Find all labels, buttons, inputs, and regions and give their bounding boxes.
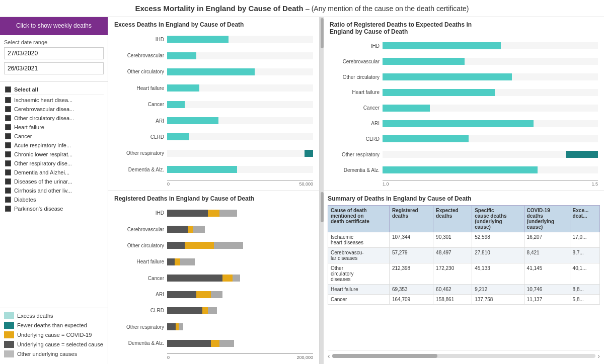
fewer-deaths-legend-label: Fewer deaths than expected (17, 322, 87, 328)
col-registered: Registereddeaths (389, 205, 433, 232)
ratio-bar-ari: ARI (330, 120, 598, 127)
legend-dementia[interactable]: Dementia and Alzhei... (4, 168, 104, 177)
excess-cell: 8,8... (570, 284, 599, 294)
select-all-checkbox[interactable] (5, 86, 11, 93)
fewer-deaths-swatch (4, 322, 14, 329)
registered-cell: 212,398 (389, 263, 433, 284)
registered-cell: 57,279 (389, 247, 433, 263)
covid-underlying-legend-label: Underlying cause = COVID-19 (17, 332, 92, 338)
summary-table-title: Summary of Deaths in England by Cause of… (328, 195, 600, 202)
cancer-checkbox[interactable] (5, 133, 11, 139)
excess-deaths-panel: Excess Deaths in England by Cause of Dea… (108, 17, 320, 191)
ratio-title: Ratio of Registered Deaths to Expected D… (330, 21, 598, 35)
bar-row-ari: ARI (114, 117, 313, 124)
legend-other-circulatory[interactable]: Other circulatory disea... (4, 114, 104, 123)
registered-deaths-title: Registered Deaths in England by Cause of… (114, 195, 313, 202)
table-row: Othercirculatorydiseases 212,398 172,230… (328, 263, 600, 284)
cerebrovascular-checkbox[interactable] (5, 106, 11, 112)
bar-row-other-resp: Other respiratory (114, 150, 313, 157)
content-area: Click to show weekly deaths Select date … (0, 17, 604, 364)
legend-cancer[interactable]: Cancer (4, 132, 104, 141)
other-respiratory-label: Other respiratory dise... (14, 160, 72, 166)
charts-area: Excess Deaths in England by Cause of Dea… (108, 17, 604, 364)
clrd-checkbox[interactable] (5, 151, 11, 157)
select-all-label: Select all (14, 86, 38, 93)
legend-cerebrovascular[interactable]: Cerebrovascular disea... (4, 105, 104, 114)
legend-cirrhosis[interactable]: Cirrhosis and other liv... (4, 186, 104, 195)
date-start-input[interactable] (4, 47, 104, 59)
ratio-bar-cancer: Cancer (330, 105, 598, 112)
col-specific: Specificcause deaths(underlyingcause) (472, 205, 524, 232)
legend-covid-underlying: Underlying cause = COVID-19 (4, 331, 104, 338)
legend-fewer-deaths: Fewer deaths than expected (4, 322, 104, 329)
col-excess: Exce...deat... (570, 205, 599, 232)
legend-ari[interactable]: Acute respiratory infe... (4, 141, 104, 150)
bottom-scroll[interactable] (320, 191, 324, 365)
dementia-checkbox[interactable] (5, 169, 11, 175)
reg-bar-cerebro: Cerebrovascular (114, 226, 313, 233)
main-container: Excess Mortality in England by Cause of … (0, 0, 604, 364)
reg-bar-dementia: Dementia & Alz. (114, 340, 313, 347)
legend-clrd[interactable]: Chronic lower respirat... (4, 150, 104, 159)
urinary-checkbox[interactable] (5, 178, 11, 185)
legend-selected-cause: Underlying cause = selected cause (4, 341, 104, 348)
legend-urinary[interactable]: Diseases of the urinar... (4, 177, 104, 186)
legend-heart-failure[interactable]: Heart failure (4, 123, 104, 132)
cause-cell: Cerebrovascu-lar diseases (328, 247, 390, 263)
cirrhosis-checkbox[interactable] (5, 188, 11, 194)
covid-underlying-swatch (4, 331, 14, 338)
covid-cell: 8,421 (524, 247, 570, 263)
date-end-input[interactable] (4, 62, 104, 74)
expected-cell: 48,497 (433, 247, 472, 263)
ratio-bar-cerebro: Cerebrovascular (330, 58, 598, 65)
page-title: Excess Mortality in England by Cause of … (135, 4, 304, 13)
reg-bar-other-resp: Other respiratory (114, 323, 313, 330)
specific-cell: 9,212 (472, 284, 524, 294)
scroll-left-btn[interactable]: ‹ (328, 352, 330, 360)
excess-deaths-swatch (4, 312, 14, 319)
legend-parkinsons[interactable]: Parkinson's disease (4, 204, 104, 213)
heart-failure-checkbox[interactable] (5, 124, 11, 130)
ischaemic-checkbox[interactable] (5, 97, 11, 103)
top-scroll[interactable] (320, 17, 324, 191)
registered-cell: 107,344 (389, 232, 433, 247)
excess-deaths-title: Excess Deaths in England by Cause of Dea… (114, 21, 313, 28)
charts-top-row: Excess Deaths in England by Cause of Dea… (108, 17, 604, 191)
clrd-label: Chronic lower respirat... (14, 151, 72, 157)
col-covid: COVID-19deaths(underlyingcause) (524, 205, 570, 232)
select-all-item[interactable]: Select all (4, 85, 104, 95)
date-range-label: Select date range (4, 39, 104, 45)
other-circulatory-label: Other circulatory disea... (14, 115, 74, 121)
ratio-bar-dementia: Dementia & Alz. (330, 166, 598, 173)
weekly-deaths-button[interactable]: Click to show weekly deaths (0, 17, 108, 35)
ari-checkbox[interactable] (5, 142, 11, 148)
sidebar: Click to show weekly deaths Select date … (0, 17, 108, 364)
excess-cell: 40,1... (570, 263, 599, 284)
bar-row-ihd: IHD (114, 36, 313, 43)
table-row: Ischaemicheart diseases 107,344 90,301 5… (328, 232, 600, 247)
covid-cell: 41,145 (524, 263, 570, 284)
legend-diabetes[interactable]: Diabetes (4, 195, 104, 204)
causes-legend: Select all Ischaemic heart disea... Cere… (0, 82, 108, 308)
ischaemic-label: Ischaemic heart disea... (14, 97, 72, 103)
dementia-label: Dementia and Alzhei... (14, 169, 69, 175)
table-row: Heart failure 69,353 60,462 9,212 10,746… (328, 284, 600, 294)
bar-row-clrd: CLRD (114, 133, 313, 140)
registered-cell: 69,353 (389, 284, 433, 294)
reg-bar-other-circ: Other circulatory (114, 242, 313, 249)
legend-ischaemic[interactable]: Ischaemic heart disea... (4, 96, 104, 105)
other-circulatory-checkbox[interactable] (5, 115, 11, 121)
selected-cause-swatch (4, 341, 14, 348)
legend-excess-deaths: Excess deaths (4, 312, 104, 319)
table-header-row: Cause of deathmentioned ondeath certific… (328, 205, 600, 232)
other-respiratory-checkbox[interactable] (5, 160, 11, 166)
legend-other-respiratory[interactable]: Other respiratory dise... (4, 159, 104, 168)
ratio-bar-ihd: IHD (330, 42, 598, 49)
diabetes-checkbox[interactable] (5, 197, 11, 203)
parkinsons-checkbox[interactable] (5, 206, 11, 212)
charts-bottom-row: Registered Deaths in England by Cause of… (108, 191, 604, 365)
col-cause: Cause of deathmentioned ondeath certific… (328, 205, 390, 232)
scroll-right-btn[interactable]: › (597, 352, 600, 360)
ratio-panel: Ratio of Registered Deaths to Expected D… (324, 17, 604, 191)
expected-cell: 90,301 (433, 232, 472, 247)
